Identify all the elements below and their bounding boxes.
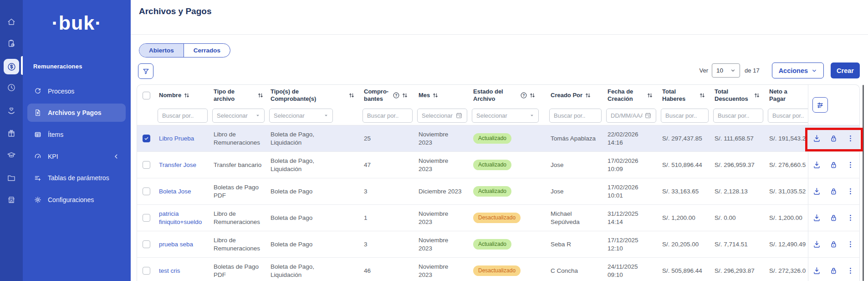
row-actions — [808, 231, 859, 257]
tab-cerrados[interactable]: Cerrados — [184, 44, 230, 57]
row-checkbox[interactable] — [143, 267, 150, 275]
download-button[interactable] — [812, 187, 822, 196]
column-header-descuentos[interactable]: Total Descuentos — [715, 88, 751, 102]
more-options-button[interactable] — [846, 134, 855, 143]
lock-button[interactable] — [829, 187, 838, 196]
column-header-tipos-comprobante[interactable]: Tipo(s) de Comprobante(s) — [271, 88, 334, 102]
column-header-tipo-archivo[interactable]: Tipo de archivo — [214, 88, 255, 102]
sidebar-item-items[interactable]: Ítems — [27, 125, 126, 144]
row-checkbox[interactable] — [143, 187, 150, 195]
filter-comprobantes-input[interactable]: Buscar por.. — [363, 109, 413, 123]
clock-icon[interactable] — [7, 83, 16, 92]
store-icon[interactable] — [7, 195, 16, 204]
calendar-icon[interactable] — [644, 112, 652, 119]
sort-icon[interactable] — [184, 93, 189, 98]
filter-fecha-datepicker[interactable]: DD/MM/AAAA — [606, 109, 656, 123]
file-name-link[interactable]: Boleta Jose — [155, 178, 210, 204]
more-options-button[interactable] — [846, 161, 855, 170]
column-header-creado-por[interactable]: Creado Por — [551, 92, 582, 99]
cell-tipo: Boletas de Pago PDF — [210, 178, 267, 204]
filter-descuentos-input[interactable]: Buscar por.. — [713, 109, 763, 123]
calendar-icon[interactable] — [455, 112, 463, 119]
row-checkbox[interactable] — [143, 240, 150, 248]
home-icon[interactable] — [7, 17, 16, 26]
gift-icon[interactable] — [7, 129, 16, 138]
lock-button[interactable] — [829, 266, 838, 276]
sidebar-item-procesos[interactable]: Procesos — [27, 82, 126, 100]
file-name-link[interactable]: Transfer Jose — [155, 152, 210, 178]
download-button[interactable] — [812, 161, 822, 170]
filter-creado-por-input[interactable]: Buscar por.. — [549, 109, 602, 123]
row-checkbox[interactable] — [143, 161, 150, 169]
more-options-button[interactable] — [846, 240, 855, 249]
column-header-comprobantes[interactable]: Compro­bantes — [364, 88, 390, 102]
row-actions — [808, 258, 859, 281]
file-name-link[interactable]: patricia finiquito+sueldo — [155, 205, 210, 231]
download-button[interactable] — [812, 240, 822, 249]
column-settings-button[interactable] — [812, 97, 828, 113]
sidebar-item-tablas-de-parametros[interactable]: Tablas de parámetros — [27, 169, 126, 187]
lock-button[interactable] — [829, 134, 838, 143]
folder-icon[interactable] — [7, 173, 16, 182]
sort-icon[interactable] — [700, 93, 705, 98]
chevron-left-icon[interactable] — [113, 153, 119, 160]
column-header-neto[interactable]: Neto a Pagar — [769, 88, 804, 102]
row-checkbox[interactable] — [143, 214, 150, 222]
buk-logo: ·buk· — [23, 12, 131, 34]
download-button[interactable] — [812, 213, 822, 223]
filter-tipo-archivo-select[interactable]: Seleccionar — [212, 109, 265, 123]
hand-heart-icon[interactable] — [7, 106, 16, 115]
help-icon[interactable] — [521, 92, 527, 99]
clipboard-clock-icon[interactable] — [7, 39, 16, 48]
tab-abiertos[interactable]: Abiertos — [139, 44, 184, 57]
lock-button[interactable] — [829, 213, 838, 223]
lock-button[interactable] — [829, 161, 838, 170]
column-header-mes[interactable]: Mes — [419, 92, 430, 99]
page-size-select[interactable]: 10 — [712, 63, 740, 78]
column-header-fecha[interactable]: Fecha de Creación — [608, 88, 640, 102]
filter-haberes-input[interactable]: Buscar por.. — [661, 109, 709, 123]
more-options-button[interactable] — [846, 266, 855, 276]
filter-tipos-comprobante-select[interactable]: Seleccionar — [269, 109, 333, 123]
filter-nombre-input[interactable]: Buscar por.. — [158, 109, 208, 123]
sidebar-item-configuraciones[interactable]: Configuraciones — [27, 191, 126, 209]
dropdown-arrow-icon — [530, 113, 534, 118]
column-header-nombre[interactable]: Nombre — [159, 92, 181, 99]
filter-mes-datepicker[interactable]: Seleccionar — [417, 109, 467, 123]
select-all-checkbox[interactable] — [143, 92, 150, 99]
sort-icon[interactable] — [754, 93, 760, 98]
file-name-link[interactable]: prueba seba — [155, 231, 210, 257]
file-name-link[interactable]: Libro Prueba — [155, 125, 210, 151]
sidebar-item-archivos-y-pagos[interactable]: Archivos y Pagos — [27, 104, 126, 122]
acciones-button[interactable]: Acciones — [772, 62, 824, 78]
more-options-button[interactable] — [846, 213, 855, 223]
file-name-link[interactable]: test cris — [155, 258, 210, 281]
vertical-scrollbar[interactable] — [863, 85, 864, 281]
sidebar-item-kpi[interactable]: KPI — [27, 147, 126, 166]
status-badge: Actualizado — [473, 133, 511, 144]
help-icon[interactable] — [393, 92, 399, 99]
row-checkbox[interactable] — [143, 135, 150, 142]
sort-icon[interactable] — [433, 93, 438, 98]
cell-tipo: Transfer bancario — [210, 152, 267, 178]
download-button[interactable] — [812, 134, 822, 143]
cell-creado-por: Jose — [547, 178, 604, 204]
column-header-haberes[interactable]: Total Haberes — [662, 88, 694, 102]
download-button[interactable] — [812, 266, 822, 276]
filter-neto-input[interactable]: Buscar por.. — [768, 109, 808, 123]
graduation-icon[interactable] — [7, 151, 16, 160]
sort-icon[interactable] — [349, 93, 354, 98]
sort-icon[interactable] — [402, 93, 408, 98]
crear-button[interactable]: Crear — [831, 62, 860, 78]
lock-button[interactable] — [829, 240, 838, 249]
sort-icon[interactable] — [258, 93, 263, 98]
filter-estado-select[interactable]: Seleccionar — [472, 109, 539, 123]
sort-icon[interactable] — [647, 93, 653, 98]
remuneraciones-module-icon[interactable] — [4, 59, 19, 74]
filter-button[interactable] — [138, 63, 153, 79]
kebab-menu-icon — [846, 187, 855, 196]
more-options-button[interactable] — [846, 187, 855, 196]
sort-icon[interactable] — [530, 93, 535, 98]
column-header-estado[interactable]: Estado del Archivo — [473, 88, 512, 102]
sort-icon[interactable] — [585, 93, 591, 98]
